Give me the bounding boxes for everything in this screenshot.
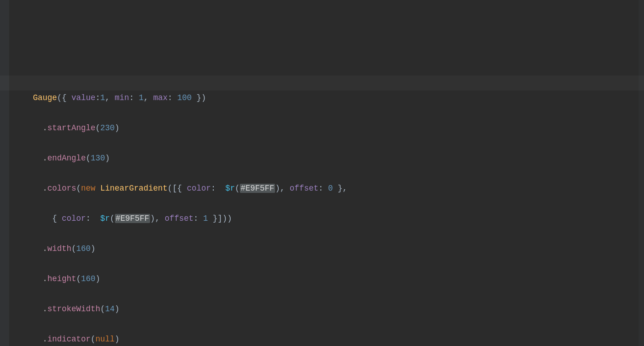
identifier: Gauge [33,93,57,102]
hex-chip: #E9F5FF [240,184,276,193]
code-line[interactable]: .indicator(null) [14,332,644,346]
hex-chip: #E9F5FF [115,214,151,223]
scrollbar-strip[interactable] [639,0,644,346]
gutter [0,0,9,346]
code-line[interactable]: .startAngle(230) [14,121,644,136]
code-line[interactable]: .width(160) [14,241,644,256]
code-line[interactable]: .colors(new LinearGradient([{ color: $r(… [14,181,644,196]
current-line-highlight [0,75,644,90]
code-line[interactable]: .endAngle(130) [14,151,644,166]
code-editor[interactable]: Gauge({ value:1, min: 1, max: 100 }) .st… [0,0,644,346]
code-line[interactable]: .strokeWidth(14) [14,302,644,317]
code-line[interactable]: { color: $r(#E9F5FF), offset: 1 }])) [14,211,644,226]
code-line[interactable]: .height(160) [14,271,644,287]
code-line[interactable]: Gauge({ value:1, min: 1, max: 100 }) [14,90,644,106]
